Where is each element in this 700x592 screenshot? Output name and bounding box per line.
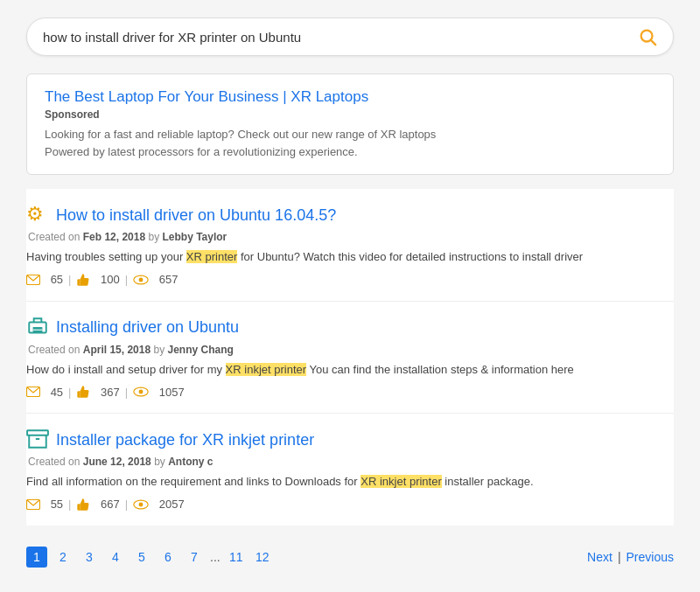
results-container: ⚙ How to install driver on Ubuntu 16.04.… <box>26 189 674 526</box>
svg-line-1 <box>651 40 655 45</box>
thumbup-icon <box>76 498 90 512</box>
mail-icon <box>26 275 40 285</box>
result-1-snippet: Having troubles setting up your XR print… <box>26 248 674 266</box>
result-3-like-stat: 667 <box>76 498 119 512</box>
gear-icon: ⚙ <box>26 203 51 227</box>
page-5-link[interactable]: 5 <box>131 547 152 568</box>
page-11-link[interactable]: 11 <box>226 547 247 568</box>
result-2-stats: 45 | 367 | 1057 <box>26 385 674 399</box>
nav-separator: | <box>618 550 621 564</box>
result-item: Installer package for XR inkjet printer … <box>26 414 674 526</box>
search-icon <box>638 27 657 46</box>
box-icon <box>26 428 51 452</box>
printer-svg-icon <box>26 316 49 338</box>
next-link[interactable]: Next <box>587 550 612 564</box>
result-2-mail-stat: 45 <box>26 386 63 399</box>
result-item: Installing driver on Ubuntu Created on A… <box>26 302 674 414</box>
page-7-link[interactable]: 7 <box>184 547 205 568</box>
pagination-ellipsis: ... <box>210 550 220 564</box>
result-1-stats: 65 | 100 | 657 <box>26 273 674 287</box>
ad-description: Looking for a fast and reliable laptop? … <box>45 126 655 160</box>
printer-icon <box>26 316 51 340</box>
svg-rect-11 <box>27 430 48 435</box>
eye-icon <box>133 499 149 510</box>
ad-card: The Best Laptop For Your Business | XR L… <box>26 73 674 175</box>
page-wrapper: The Best Laptop For Your Business | XR L… <box>0 0 700 592</box>
page-2-link[interactable]: 2 <box>52 547 74 568</box>
mail-icon <box>26 387 40 397</box>
result-3-snippet: Find all information on the requirement … <box>26 473 674 491</box>
result-title-row: Installer package for XR inkjet printer <box>26 428 674 452</box>
page-3-link[interactable]: 3 <box>79 547 100 568</box>
page-6-link[interactable]: 6 <box>158 547 178 568</box>
pagination: 1 2 3 4 5 6 7 ... 11 12 Next | Previous <box>26 526 674 576</box>
result-2-title-link[interactable]: Installing driver on Ubuntu <box>56 318 239 337</box>
result-title-row: ⚙ How to install driver on Ubuntu 16.04.… <box>26 203 674 227</box>
result-title-row: Installing driver on Ubuntu <box>26 316 674 340</box>
pagination-nav: Next | Previous <box>587 550 674 564</box>
result-3-meta: Created on June 12, 2018 by Antony c <box>28 456 674 468</box>
result-2-like-stat: 367 <box>76 385 119 399</box>
result-3-view-stat: 2057 <box>133 498 185 511</box>
result-2-meta: Created on April 15, 2018 by Jenny Chang <box>28 344 674 356</box>
svg-point-4 <box>139 277 144 282</box>
page-4-link[interactable]: 4 <box>105 547 126 568</box>
svg-point-15 <box>139 502 144 506</box>
thumbup-icon <box>76 385 90 399</box>
result-2-view-stat: 1057 <box>133 386 185 399</box>
search-button[interactable] <box>638 27 657 46</box>
mail-icon <box>26 499 40 510</box>
box-svg-icon <box>26 428 49 450</box>
eye-icon <box>133 387 149 397</box>
page-1-link[interactable]: 1 <box>26 547 47 568</box>
result-1-view-stat: 657 <box>133 273 178 286</box>
result-1-like-stat: 100 <box>76 273 119 287</box>
page-12-link[interactable]: 12 <box>252 547 273 568</box>
result-3-mail-stat: 55 <box>26 498 63 511</box>
result-1-title-link[interactable]: How to install driver on Ubuntu 16.04.5? <box>56 206 336 225</box>
search-bar <box>26 17 674 56</box>
result-1-meta: Created on Feb 12, 2018 by Lebby Taylor <box>28 231 674 243</box>
ad-title-link[interactable]: The Best Laptop For Your Business | XR L… <box>45 88 368 105</box>
result-1-mail-stat: 65 <box>26 273 63 286</box>
sponsored-label: Sponsored <box>45 108 655 121</box>
eye-icon <box>133 275 149 285</box>
search-input[interactable] <box>43 30 638 45</box>
result-item: ⚙ How to install driver on Ubuntu 16.04.… <box>26 189 674 302</box>
thumbup-icon <box>76 273 90 287</box>
previous-link[interactable]: Previous <box>626 550 674 564</box>
result-2-snippet: How do i install and setup driver for my… <box>26 361 674 379</box>
svg-point-10 <box>139 390 144 394</box>
result-3-title-link[interactable]: Installer package for XR inkjet printer <box>56 431 314 449</box>
result-3-stats: 55 | 667 | 2057 <box>26 498 674 512</box>
